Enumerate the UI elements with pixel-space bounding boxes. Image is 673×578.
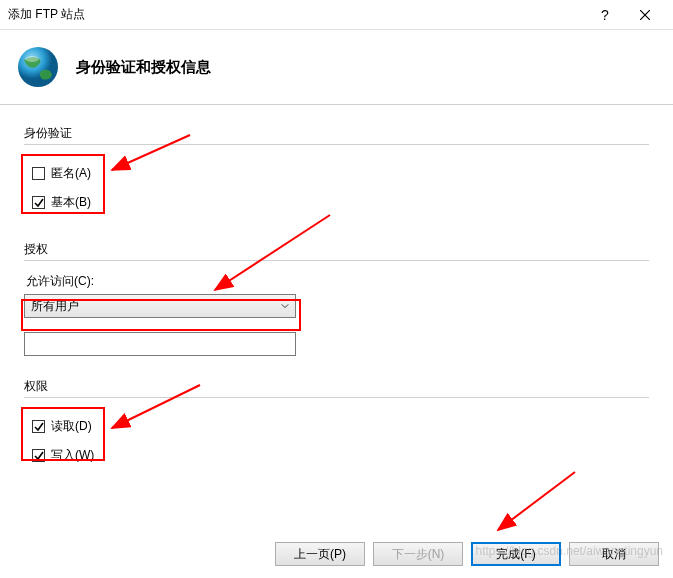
authentication-group: 匿名(A) 基本(B) bbox=[24, 157, 99, 219]
authorization-section: 授权 允许访问(C): 所有用户 bbox=[24, 241, 649, 356]
authentication-section: 身份验证 匿名(A) 基本(B) bbox=[24, 125, 649, 219]
chevron-down-icon bbox=[281, 302, 289, 310]
wizard-content: 身份验证 匿名(A) 基本(B) 授权 允许访问(C): 所有用户 权限 bbox=[0, 105, 673, 515]
read-label: 读取(D) bbox=[51, 418, 92, 435]
basic-checkbox-row[interactable]: 基本(B) bbox=[30, 190, 93, 215]
basic-checkbox[interactable] bbox=[32, 196, 45, 209]
globe-icon bbox=[16, 45, 60, 89]
window-title: 添加 FTP 站点 bbox=[8, 6, 585, 23]
check-icon bbox=[34, 422, 44, 432]
permissions-group: 读取(D) 写入(W) bbox=[24, 410, 102, 472]
close-icon bbox=[640, 10, 650, 20]
permissions-section: 权限 读取(D) 写入(W) bbox=[24, 378, 649, 472]
authorization-title: 授权 bbox=[24, 241, 649, 261]
help-button[interactable]: ? bbox=[585, 1, 625, 29]
allow-access-label: 允许访问(C): bbox=[26, 273, 649, 290]
page-title: 身份验证和授权信息 bbox=[76, 58, 211, 77]
check-icon bbox=[34, 198, 44, 208]
watermark-text: https://blog.csdn.net/aiwangtingyun bbox=[476, 544, 663, 558]
write-checkbox[interactable] bbox=[32, 449, 45, 462]
svg-point-3 bbox=[25, 56, 39, 62]
write-label: 写入(W) bbox=[51, 447, 94, 464]
wizard-header: 身份验证和授权信息 bbox=[0, 30, 673, 105]
write-checkbox-row[interactable]: 写入(W) bbox=[30, 443, 96, 468]
previous-button[interactable]: 上一页(P) bbox=[275, 542, 365, 566]
anonymous-checkbox-row[interactable]: 匿名(A) bbox=[30, 161, 93, 186]
next-button: 下一步(N) bbox=[373, 542, 463, 566]
titlebar: 添加 FTP 站点 ? bbox=[0, 0, 673, 30]
anonymous-checkbox[interactable] bbox=[32, 167, 45, 180]
svg-point-2 bbox=[18, 47, 58, 87]
anonymous-label: 匿名(A) bbox=[51, 165, 91, 182]
allow-access-dropdown[interactable]: 所有用户 bbox=[24, 294, 296, 318]
authentication-title: 身份验证 bbox=[24, 125, 649, 145]
permissions-title: 权限 bbox=[24, 378, 649, 398]
close-button[interactable] bbox=[625, 1, 665, 29]
authorization-textfield[interactable] bbox=[24, 332, 296, 356]
dropdown-value: 所有用户 bbox=[31, 298, 281, 315]
check-icon bbox=[34, 451, 44, 461]
basic-label: 基本(B) bbox=[51, 194, 91, 211]
read-checkbox-row[interactable]: 读取(D) bbox=[30, 414, 96, 439]
read-checkbox[interactable] bbox=[32, 420, 45, 433]
